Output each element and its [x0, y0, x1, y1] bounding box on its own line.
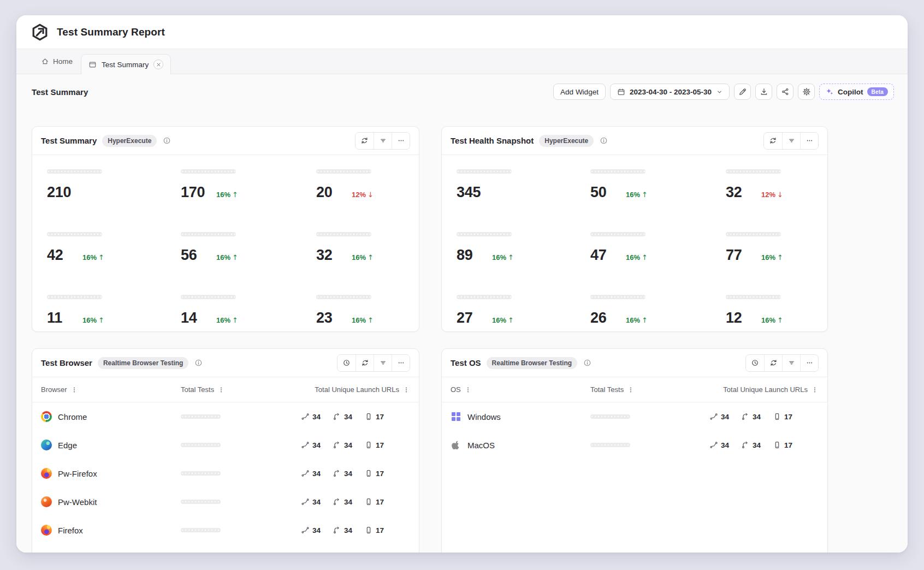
stat: 17 [364, 497, 384, 506]
mobile-icon [773, 441, 781, 449]
tab-test-summary[interactable]: Test Summary [81, 54, 171, 74]
gear-button[interactable] [798, 84, 815, 100]
copilot-button[interactable]: Copilot Beta [819, 84, 894, 100]
stat-value: 17 [376, 413, 384, 421]
column-menu-icon[interactable] [217, 386, 225, 394]
widget-badge: HyperExecute [539, 135, 594, 147]
toolbar: Add Widget 2023-04-30 - 2023-05-30 Copil… [553, 84, 894, 100]
tab-close-button[interactable] [153, 60, 163, 69]
column-header: Total Unique Launch URLs [683, 385, 819, 394]
download-button[interactable] [755, 84, 772, 100]
stat-value: 34 [753, 441, 761, 449]
clock-button[interactable] [337, 355, 356, 371]
more-button[interactable] [800, 355, 818, 371]
metrics-grid: 345 50 16%↑ 32 12%↓ 89 16%↑ 47 1 [442, 155, 827, 358]
mobile-icon [773, 412, 781, 421]
column-menu-icon[interactable] [464, 386, 472, 394]
stat-value: 34 [312, 498, 321, 506]
column-menu-icon[interactable] [811, 386, 819, 394]
gear-icon [802, 87, 811, 96]
filter-button[interactable] [782, 133, 800, 149]
mobile-icon [364, 469, 373, 478]
metric-delta: 16%↑ [352, 316, 374, 324]
filter-button[interactable] [374, 133, 392, 149]
widget-title: Test Health Snapshot [451, 136, 534, 145]
windows-icon [451, 411, 461, 422]
metric-value-row: 20 12%↓ [316, 184, 419, 201]
widget-title: Test OS [451, 358, 481, 367]
row-name: Pw-Webkit [58, 497, 97, 507]
mobile-icon [364, 526, 373, 535]
metric-value-row: 14 16%↑ [181, 310, 316, 326]
more-button[interactable] [800, 133, 818, 149]
tab-home-label: Home [53, 57, 73, 66]
tab-test-summary-label: Test Summary [102, 61, 149, 69]
refresh-button[interactable] [356, 355, 374, 371]
metrics-grid: 210 170 16%↑ 20 12%↓ 42 16%↑ 56 [32, 155, 419, 358]
row-name: Firefox [58, 526, 83, 535]
more-button[interactable] [392, 355, 410, 371]
more-icon [397, 359, 405, 367]
more-icon [805, 136, 814, 145]
metric-value: 23 [316, 310, 347, 326]
refresh-button[interactable] [764, 133, 782, 149]
edge-icon [41, 440, 52, 450]
row-name: MacOS [467, 441, 495, 450]
info-icon[interactable] [599, 136, 608, 145]
info-icon[interactable] [194, 358, 203, 367]
metric-value-row: 42 16%↑ [47, 247, 181, 264]
stat-value: 34 [344, 441, 352, 449]
tab-home[interactable]: Home [33, 49, 81, 74]
column-menu-icon[interactable] [70, 386, 78, 394]
metric-label-skeleton [726, 232, 781, 236]
column-label: OS [451, 385, 461, 394]
column-menu-icon[interactable] [627, 386, 635, 394]
close-icon [156, 62, 161, 67]
metric-label-skeleton [726, 169, 781, 174]
metric-value: 210 [47, 184, 78, 201]
metric-cell: 210 [47, 169, 181, 232]
arrow-up-icon: ↑ [642, 316, 648, 324]
metric-label-skeleton [47, 169, 102, 174]
pencil-button[interactable] [734, 84, 751, 100]
metric-cell: 170 16%↑ [181, 169, 316, 232]
clock-icon [751, 359, 759, 367]
stat: 34 [741, 441, 761, 449]
row-name: Windows [467, 412, 501, 421]
route-icon [301, 497, 310, 506]
branch-icon [333, 497, 341, 506]
arrow-up-icon: ↑ [368, 253, 374, 262]
more-button[interactable] [392, 133, 410, 149]
stat-value: 34 [312, 470, 321, 478]
metric-value-row: 170 16%↑ [181, 184, 316, 201]
metric-value: 26 [590, 310, 621, 326]
widget-test-health-snapshot: Test Health Snapshot HyperExecute 345 50… [441, 126, 828, 332]
beta-badge: Beta [867, 87, 888, 96]
stat: 17 [364, 441, 384, 449]
widget-test-os: Test OS Realtime Browser Testing OS Tota… [441, 348, 828, 553]
info-icon[interactable] [162, 136, 171, 145]
widget-test-summary: Test Summary HyperExecute 210 170 16%↑ 2… [32, 126, 419, 332]
info-icon[interactable] [583, 358, 592, 367]
filter-button[interactable] [374, 355, 392, 371]
arrow-up-icon: ↑ [642, 191, 648, 199]
share-button[interactable] [777, 84, 793, 100]
stat: 17 [364, 412, 384, 421]
filter-button[interactable] [782, 355, 800, 371]
refresh-button[interactable] [764, 355, 782, 371]
add-widget-button[interactable]: Add Widget [553, 84, 606, 100]
filter-icon [379, 359, 387, 367]
arrow-down-icon: ↓ [368, 191, 374, 199]
refresh-button[interactable] [356, 133, 374, 149]
column-menu-icon[interactable] [402, 386, 410, 394]
widget-header: Test Browser Realtime Browser Testing [32, 349, 419, 377]
date-range-picker[interactable]: 2023-04-30 - 2023-05-30 [610, 84, 730, 100]
metric-label-skeleton [457, 295, 512, 299]
widget-badge: Realtime Browser Testing [487, 357, 577, 369]
arrow-up-icon: ↑ [232, 253, 238, 262]
stat-value: 17 [376, 470, 384, 478]
metric-label-skeleton [590, 295, 645, 299]
clock-button[interactable] [746, 355, 764, 371]
branch-icon [333, 412, 341, 421]
arrow-up-icon: ↑ [98, 316, 104, 324]
